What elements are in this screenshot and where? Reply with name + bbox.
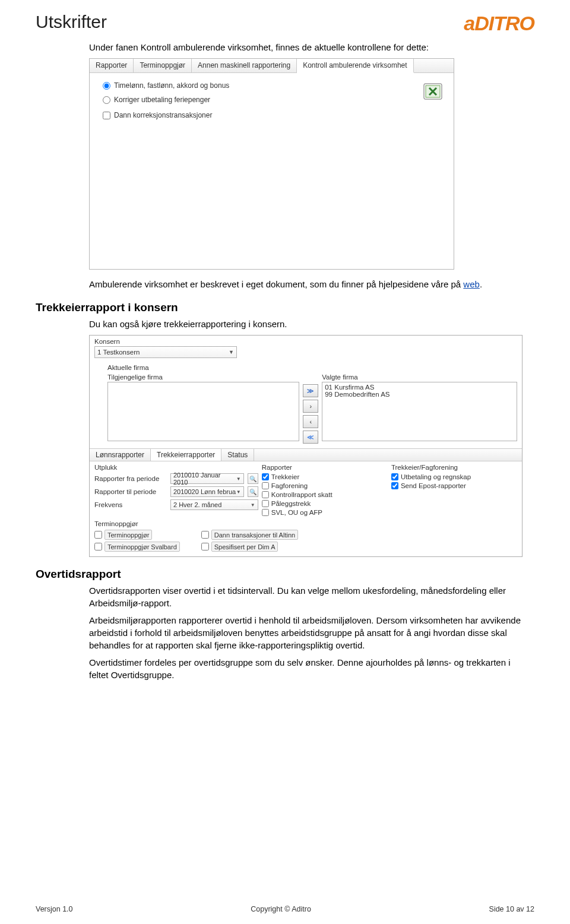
- checkbox-dann-korreksjon[interactable]: [103, 112, 110, 119]
- chevron-down-icon: ▼: [236, 489, 241, 495]
- brand-logo: aDITRO: [464, 12, 534, 35]
- utplukk-title: Utplukk: [94, 464, 258, 471]
- rapporter-til-value: 2010020 Lønn februa: [173, 488, 236, 495]
- tab-rapporter[interactable]: Rapporter: [90, 59, 134, 72]
- chk-svl-label: SVL, OU og AFP: [271, 509, 322, 516]
- tilgjengelige-listbox[interactable]: [107, 382, 299, 441]
- chk-fagforening-label: Fagforening: [271, 482, 308, 489]
- chk-paleggstrekk[interactable]: [262, 500, 269, 507]
- search-icon[interactable]: 🔍: [248, 486, 258, 497]
- chk-utbetaling-label: Utbetaling og regnskap: [401, 473, 471, 480]
- web-link[interactable]: web: [463, 279, 480, 289]
- move-all-left-button[interactable]: ≪: [303, 431, 318, 444]
- chk-dann-altinn-label: Dann transaksjoner til Altinn: [211, 530, 298, 540]
- trekkeierrapport-heading: Trekkeierrapport i konsern: [36, 301, 534, 314]
- chk-terminoppgjor[interactable]: [94, 531, 102, 539]
- radio-timelonn[interactable]: [103, 82, 110, 90]
- chk-terminoppgjor-label: Terminoppgjør: [104, 530, 152, 540]
- konsern-value: 1 Testkonsern: [97, 349, 140, 356]
- tf-title: Trekkeier/Fagforening: [391, 464, 517, 471]
- frekvens-dropdown[interactable]: 2 Hver 2. måned▼: [170, 499, 258, 510]
- chk-dann-altinn[interactable]: [201, 531, 209, 539]
- chk-svl[interactable]: [262, 509, 269, 516]
- footer-page: Side 10 av 12: [489, 905, 534, 913]
- chevron-down-icon: ▼: [236, 476, 241, 482]
- chevron-down-icon: ▼: [229, 349, 234, 355]
- overtidsrapport-heading: Overtidsrapport: [36, 568, 534, 581]
- frekvens-value: 2 Hver 2. måned: [173, 501, 221, 508]
- chk-spesifisert[interactable]: [201, 543, 209, 550]
- chk-utbetaling[interactable]: [391, 473, 398, 480]
- rapporter-fra-value: 2010010 Januar 2010: [173, 472, 236, 486]
- rapporter-fra-dropdown[interactable]: 2010010 Januar 2010▼: [170, 473, 244, 484]
- tab-terminoppgjor[interactable]: Terminoppgjør: [134, 59, 192, 72]
- chk-epost-label: Send Epost-rapporter: [401, 482, 466, 489]
- tab-trekkeierrapporter[interactable]: Trekkeierrapporter: [151, 449, 221, 461]
- valgte-label: Valgte firma: [322, 374, 517, 381]
- move-right-button[interactable]: ›: [303, 400, 318, 413]
- chk-kontrollrapport[interactable]: [262, 491, 269, 498]
- intro-text: Under fanen Kontroll ambulerende virksom…: [89, 41, 522, 53]
- frekvens-label: Frekvens: [94, 501, 167, 508]
- footer-copyright: Copyright © Aditro: [251, 905, 311, 913]
- trekkeier-para: Du kan også kjøre trekkeierrapportering …: [89, 318, 522, 330]
- tab-kontroll-ambulerende[interactable]: Kontroll ambulerende virksomhet: [297, 59, 413, 73]
- overtid-p2: Arbeidsmiljørapporten rapporterer overti…: [89, 614, 522, 651]
- overtid-p1: Overtidsrapporten viser overtid i et tid…: [89, 584, 522, 609]
- tabs-row: Rapporter Terminoppgjør Annen maskinell …: [90, 59, 454, 73]
- tilgjengelige-label: Tilgjengelige firma: [94, 374, 299, 381]
- search-icon[interactable]: 🔍: [248, 473, 258, 484]
- terminoppgjor-title: Terminoppgjør: [94, 520, 517, 527]
- list-item[interactable]: 01 Kursfirma AS: [325, 384, 514, 391]
- rapporter-title: Rapporter: [262, 464, 388, 471]
- tab-annen-maskinell[interactable]: Annen maskinell rapportering: [192, 59, 297, 72]
- chevron-down-icon: ▼: [251, 502, 255, 508]
- chk-kontrollrapport-label: Kontrollrapport skatt: [271, 491, 332, 498]
- page-title: Utskrifter: [36, 12, 107, 32]
- rapporter-fra-label: Rapporter fra periode: [94, 475, 167, 482]
- chk-epost[interactable]: [391, 482, 398, 489]
- screenshot-konsern: Konsern 1 Testkonsern ▼ Aktuelle firma T…: [89, 335, 522, 557]
- aktuelle-firma-label: Aktuelle firma: [90, 362, 522, 372]
- checkbox-dann-korreksjon-label: Dann korreksjonstransaksjoner: [114, 111, 212, 119]
- tab-status[interactable]: Status: [221, 449, 254, 461]
- tab-pane: Timelønn, fastlønn, akkord og bonus Korr…: [90, 73, 454, 269]
- excel-export-icon[interactable]: [423, 81, 443, 102]
- amb-text-2: .: [480, 279, 482, 289]
- tab-lonnsrapporter[interactable]: Lønnsrapporter: [90, 449, 151, 461]
- chk-fagforening[interactable]: [262, 482, 269, 489]
- move-left-button[interactable]: ‹: [303, 415, 318, 428]
- lower-tabs-row: Lønnsrapporter Trekkeierrapporter Status: [90, 448, 522, 461]
- move-all-right-button[interactable]: ≫: [303, 384, 318, 397]
- footer-version: Versjon 1.0: [36, 905, 73, 913]
- rapporter-til-label: Rapporter til periode: [94, 488, 167, 495]
- radio-korriger-label: Korriger utbetaling feriepenger: [114, 96, 210, 104]
- screenshot-kontroll-ambulerende: Rapporter Terminoppgjør Annen maskinell …: [89, 58, 454, 270]
- chk-trekkeier-label: Trekkeier: [271, 473, 300, 480]
- amb-text-1: Ambulerende virksomhet er beskrevet i eg…: [89, 279, 463, 289]
- rapporter-til-dropdown[interactable]: 2010020 Lønn februa▼: [170, 486, 244, 497]
- chk-spesifisert-label: Spesifisert per Dim A: [211, 542, 278, 552]
- overtid-p3: Overtidstimer fordeles per overtidsgrupp…: [89, 656, 522, 681]
- amb-para: Ambulerende virksomhet er beskrevet i eg…: [89, 278, 522, 290]
- page-footer: Versjon 1.0 Copyright © Aditro Side 10 a…: [36, 905, 534, 913]
- chk-paleggstrekk-label: Påleggstrekk: [271, 500, 311, 507]
- konsern-label: Konsern: [90, 336, 522, 346]
- konsern-dropdown[interactable]: 1 Testkonsern ▼: [94, 346, 237, 358]
- radio-timelonn-label: Timelønn, fastlønn, akkord og bonus: [114, 81, 229, 90]
- radio-korriger[interactable]: [103, 96, 110, 104]
- chk-terminoppgjor-svalbard-label: Terminoppgjør Svalbard: [104, 542, 180, 552]
- chk-terminoppgjor-svalbard[interactable]: [94, 543, 102, 550]
- valgte-listbox[interactable]: 01 Kursfirma AS 99 Demobedriften AS: [322, 382, 517, 441]
- list-item[interactable]: 99 Demobedriften AS: [325, 391, 514, 398]
- chk-trekkeier[interactable]: [262, 473, 269, 480]
